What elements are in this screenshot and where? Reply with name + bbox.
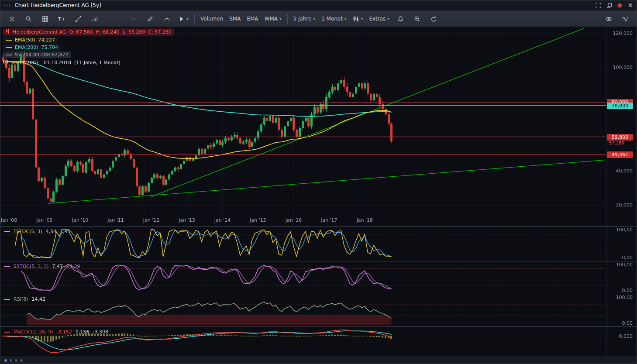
time-axis-label: Jan '13	[176, 217, 198, 223]
fstoc-axis-min: 0,00	[608, 255, 633, 261]
period-dropdown[interactable]: 5 Jahre▾	[291, 13, 318, 24]
sstoc-axis-min: 0,00	[608, 288, 633, 293]
window-menu-icon[interactable]: ···	[4, 2, 10, 9]
ema50-label: EMA(50)	[15, 37, 35, 43]
time-axis-label: Jan '17	[318, 217, 341, 223]
popout-icon[interactable]	[606, 3, 612, 8]
pointer-tool-icon[interactable]: ▾	[176, 13, 191, 24]
time-axis-label: Jan '08	[0, 217, 21, 223]
toolbar-separator	[194, 14, 195, 24]
rsi-value: 14,42	[31, 296, 45, 302]
date-range-note: (11 Jahre, 1 Monat)	[74, 60, 121, 65]
macd-hist-value: -3,308	[93, 329, 108, 335]
date-range-text: 01.11.2007 - 01.10.2018	[11, 60, 71, 65]
sstoc-legend[interactable]: SSTOC(5, 3, 3) 7,47 10,39	[4, 264, 80, 269]
current-price-label: 57,280	[609, 141, 624, 145]
candlestick-icon	[6, 29, 10, 35]
time-axis-label: Jan '11	[104, 217, 127, 223]
layout-grid-icon[interactable]	[37, 13, 53, 24]
inactive-indicator-values: 97,704 80,288 62,872	[15, 52, 68, 58]
dash-line-tool-icon[interactable]	[109, 13, 125, 24]
rsi-legend[interactable]: RSI(8) 14,42	[4, 296, 45, 302]
high-value: H: 68,240	[96, 29, 120, 35]
close-value: C: 57,280	[148, 29, 172, 35]
price-axis-tick: 120,000	[608, 31, 633, 36]
ema200-label: EMA(200)	[15, 45, 38, 50]
undo-icon[interactable]	[426, 13, 442, 24]
macd-value: -3,152	[57, 329, 72, 335]
alert-bell-icon[interactable]	[393, 13, 409, 24]
page-dot[interactable]	[15, 359, 17, 362]
maximize-icon[interactable]	[596, 3, 601, 8]
ema-button[interactable]: EMA	[244, 13, 261, 24]
window-title: Chart HeidelbergCement AG [5y]	[14, 2, 101, 8]
sstoc-label: SSTOC(5, 3, 3)	[14, 264, 49, 269]
time-axis-label: Jan '14	[211, 217, 234, 223]
price-alert-badge[interactable]: 59,800	[607, 134, 633, 141]
toolbar: T+▾VolumenSMAEMAWMA▾5 Jahre▾1 Monat▾▾Ext…	[0, 10, 637, 27]
chart-area: 120,000100,00080,00060,00040,00020,00010…	[0, 27, 637, 357]
ema200-legend-row[interactable]: EMA(200) 75,704	[3, 44, 61, 51]
trendline-tool-icon[interactable]	[70, 13, 86, 24]
oscillator-wave-icon[interactable]	[617, 13, 633, 24]
price-axis-tick: 100,000	[608, 65, 633, 70]
close-icon[interactable]: ×	[627, 2, 633, 9]
indicator-bars-icon[interactable]	[87, 13, 103, 24]
fstoc-k-value: 4,54	[46, 229, 57, 234]
title-bar: ··· Chart HeidelbergCement AG [5y] ×	[0, 0, 637, 10]
extras-dropdown[interactable]: Extras▾	[366, 13, 392, 24]
macd-label: MACD(12, 26, 9)	[14, 329, 53, 335]
price-alert-badge[interactable]: 78,000	[607, 103, 633, 109]
time-axis-label: Jan '18	[353, 217, 376, 223]
zoom-in-icon[interactable]	[410, 13, 425, 24]
wma-button[interactable]: WMA▾	[262, 13, 284, 24]
compare-icon[interactable]	[601, 13, 616, 24]
toolbar-separator	[106, 14, 106, 24]
price-axis-tick: 40,000	[608, 168, 633, 174]
page-dot[interactable]	[20, 359, 23, 362]
open-value: O: 67,560	[69, 29, 93, 35]
window-controls: ×	[596, 2, 633, 9]
ema50-legend-row[interactable]: EMA(50) 74,227	[3, 37, 58, 43]
sstoc-d-value: 10,39	[66, 264, 80, 269]
symbol-search-icon[interactable]	[21, 13, 36, 24]
fstoc-axis-max: 100,00	[608, 227, 633, 233]
fstoc-d-value: 7,47	[60, 229, 71, 234]
arc-tool-icon[interactable]	[159, 13, 175, 24]
interval-dropdown[interactable]: 1 Monat▾	[319, 13, 349, 24]
volumen-button[interactable]: Volumen	[198, 13, 226, 24]
time-axis-label: Jan '15	[247, 217, 269, 223]
dotted-line-tool-icon[interactable]	[126, 13, 141, 24]
ohlc-legend-row[interactable]: HeidelbergCement AG O: 67,560 H: 68,240 …	[3, 28, 174, 36]
inactive-indicator-row[interactable]: 97,704 80,288 62,872	[3, 52, 71, 58]
macd-axis-zero: 0,000	[608, 333, 633, 339]
rsi-swatch	[4, 299, 10, 300]
price-alert-badge[interactable]: 49,461	[607, 151, 633, 158]
rsi-axis-max: 100,00	[608, 295, 633, 300]
ema200-value: 75,704	[41, 45, 59, 50]
fstoc-legend[interactable]: FSTOC(5, 3) 4,54 7,47	[4, 229, 71, 234]
text-annotation-icon[interactable]: T+	[54, 13, 69, 24]
ema50-swatch	[6, 40, 12, 41]
chart-type-button[interactable]: ▾	[350, 13, 365, 24]
instrument-name: HeidelbergCement AG	[13, 29, 66, 35]
settings-gear-icon[interactable]	[4, 13, 20, 24]
page-dot[interactable]	[10, 359, 12, 362]
page-dot-active[interactable]	[4, 359, 7, 362]
record-icon[interactable]	[617, 3, 622, 8]
sma-button[interactable]: SMA	[227, 13, 243, 24]
freehand-tool-icon[interactable]	[142, 13, 158, 24]
sstoc-swatch	[4, 266, 10, 267]
axis-overlays: 120,000100,00080,00060,00040,00020,00010…	[0, 27, 637, 357]
macd-legend[interactable]: MACD(12, 26, 9) -3,152 0,156 -3,308	[4, 329, 108, 335]
price-axis-tick: 20,000	[608, 202, 633, 208]
time-axis-label: Jan '12	[140, 217, 163, 223]
macd-swatch	[4, 332, 10, 333]
sstoc-k-value: 7,47	[52, 264, 63, 269]
bottom-bar	[0, 357, 637, 364]
rsi-axis-min: 0,00	[608, 320, 633, 326]
low-value: L: 56,200	[123, 29, 145, 35]
clock-icon	[3, 59, 8, 66]
app-window: ··· Chart HeidelbergCement AG [5y] × T+▾…	[0, 0, 637, 364]
inactive-indicator-swatch	[6, 55, 12, 55]
